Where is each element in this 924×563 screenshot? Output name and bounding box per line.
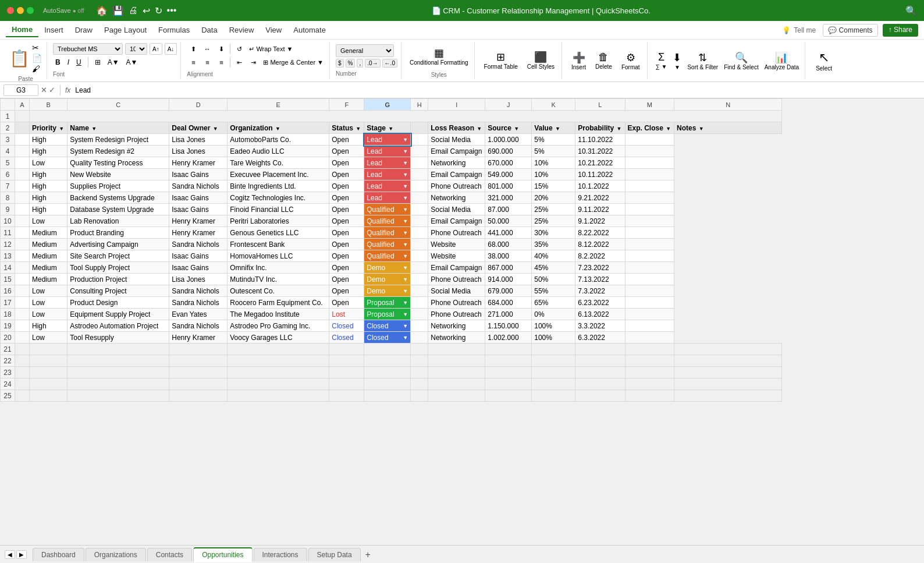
stage-dropdown-icon[interactable]: ▼ xyxy=(403,207,408,213)
empty-cell[interactable] xyxy=(625,367,674,378)
cell-org-18[interactable]: The Megadoo Institute xyxy=(228,309,329,320)
cell-name-4[interactable]: System Redesign #2 xyxy=(67,146,169,157)
cell-stage-15[interactable]: Demo ▼ xyxy=(364,274,411,285)
empty-cell[interactable] xyxy=(674,378,782,390)
cell-status-12[interactable]: Open xyxy=(329,239,364,250)
cell-source-10[interactable]: Email Campaign xyxy=(428,215,485,227)
cell-close-15[interactable]: 7.13.2022 xyxy=(575,274,625,285)
format-painter-icon[interactable]: 🖌 xyxy=(32,64,42,73)
sum-button[interactable]: Σ ∑ ▼ xyxy=(653,50,670,71)
cell-h-5[interactable] xyxy=(411,157,428,169)
tab-automate[interactable]: Automate xyxy=(287,23,332,37)
cell-prob-11[interactable]: 30% xyxy=(532,227,575,239)
grid-wrapper[interactable]: A B C D E F G H I J K L M N xyxy=(0,98,924,545)
cell-a4[interactable] xyxy=(15,146,30,157)
cell-f2[interactable]: Status ▼ xyxy=(329,122,364,134)
cell-priority-11[interactable]: Medium xyxy=(30,227,67,239)
cell-h-4[interactable] xyxy=(411,146,428,157)
cell-status-15[interactable]: Open xyxy=(329,274,364,285)
sheet-tab-opportunities[interactable]: Opportunities xyxy=(193,547,252,562)
search-icon[interactable]: 🔍 xyxy=(905,5,917,16)
col-header-k[interactable]: K xyxy=(532,99,575,111)
increase-indent-button[interactable]: ⇥ xyxy=(247,56,260,68)
cell-b2[interactable]: Priority ▼ xyxy=(30,122,67,134)
cell-stage-11[interactable]: Qualified ▼ xyxy=(364,227,411,239)
cell-value-4[interactable]: 690.000 xyxy=(485,146,532,157)
cell-prob-19[interactable]: 100% xyxy=(532,320,575,332)
empty-cell[interactable] xyxy=(485,390,532,402)
col-header-i[interactable]: I xyxy=(428,99,485,111)
format-button[interactable]: ⚙ Format xyxy=(618,50,644,72)
cell-notes-4[interactable] xyxy=(625,146,674,157)
cell-owner-6[interactable]: Isaac Gains xyxy=(169,169,228,180)
cell-m2[interactable]: Exp. Close ▼ xyxy=(625,122,674,134)
cell-source-7[interactable]: Phone Outreach xyxy=(428,180,485,192)
cell-source-4[interactable]: Email Campaign xyxy=(428,146,485,157)
sheet-tab-interactions[interactable]: Interactions xyxy=(254,548,307,561)
empty-cell[interactable] xyxy=(532,367,575,378)
cell-source-14[interactable]: Email Campaign xyxy=(428,262,485,274)
cell-a9[interactable] xyxy=(15,204,30,215)
empty-cell[interactable] xyxy=(428,367,485,378)
cell-close-12[interactable]: 8.12.2022 xyxy=(575,239,625,250)
align-top-button[interactable]: ⬆ xyxy=(187,43,200,55)
cell-j2[interactable]: Source ▼ xyxy=(485,122,532,134)
cell-prob-5[interactable]: 10% xyxy=(532,157,575,169)
cell-source-3[interactable]: Social Media xyxy=(428,134,485,146)
sheet-tab-dashboard[interactable]: Dashboard xyxy=(33,548,84,561)
cell-close-7[interactable]: 10.1.2022 xyxy=(575,180,625,192)
cell-value-9[interactable]: 87.000 xyxy=(485,204,532,215)
cell-i2[interactable]: Loss Reason ▼ xyxy=(428,122,485,134)
redo-icon[interactable]: ↻ xyxy=(155,5,162,16)
cell-name-19[interactable]: Astrodeo Automation Project xyxy=(67,320,169,332)
col-header-a[interactable]: A xyxy=(15,99,30,111)
percent-button[interactable]: % xyxy=(346,59,356,68)
cell-styles-button[interactable]: ⬛ Cell Styles xyxy=(524,49,558,72)
cell-value-10[interactable]: 50.000 xyxy=(485,215,532,227)
orientation-button[interactable]: ↺ xyxy=(233,43,246,55)
cell-owner-10[interactable]: Henry Kramer xyxy=(169,215,228,227)
stage-dropdown-icon[interactable]: ▼ xyxy=(403,253,408,259)
select-button[interactable]: ↖ Select xyxy=(812,49,836,73)
col-header-n[interactable]: N xyxy=(674,99,782,111)
filter-icon[interactable]: ▼ xyxy=(355,126,361,132)
cell-name-16[interactable]: Consulting Project xyxy=(67,285,169,297)
empty-cell[interactable] xyxy=(411,367,428,378)
cell-status-3[interactable]: Open xyxy=(329,134,364,146)
find-select-button[interactable]: 🔍 Find & Select xyxy=(722,50,760,72)
cell-stage-20[interactable]: Closed ▼ xyxy=(364,332,411,344)
cell-org-4[interactable]: Eadeo Audio LLC xyxy=(228,146,329,157)
cell-notes-17[interactable] xyxy=(625,297,674,309)
underline-button[interactable]: U xyxy=(74,56,84,68)
cell-priority-18[interactable]: Low xyxy=(30,309,67,320)
col-header-g[interactable]: G xyxy=(364,99,411,111)
empty-cell[interactable] xyxy=(625,378,674,390)
cell-a13[interactable] xyxy=(15,250,30,262)
cell-source-9[interactable]: Social Media xyxy=(428,204,485,215)
increase-decimal-button[interactable]: ←.0 xyxy=(382,59,397,68)
font-color-button[interactable]: A▼ xyxy=(124,56,140,68)
cell-a15[interactable] xyxy=(15,274,30,285)
cell-value-5[interactable]: 670.000 xyxy=(485,157,532,169)
cell-status-16[interactable]: Open xyxy=(329,285,364,297)
cell-org-14[interactable]: Omnifix Inc. xyxy=(228,262,329,274)
cell-stage-10[interactable]: Qualified ▼ xyxy=(364,215,411,227)
empty-cell[interactable] xyxy=(674,344,782,355)
delete-button[interactable]: 🗑 Delete xyxy=(592,50,616,71)
cell-org-5[interactable]: Tare Weights Co. xyxy=(228,157,329,169)
cell-stage-5[interactable]: Lead ▼ xyxy=(364,157,411,169)
currency-button[interactable]: $ xyxy=(336,59,344,68)
cell-h-6[interactable] xyxy=(411,169,428,180)
align-middle-button[interactable]: ↔ xyxy=(201,43,214,55)
empty-cell[interactable] xyxy=(329,355,364,367)
col-header-j[interactable]: J xyxy=(485,99,532,111)
cell-close-6[interactable]: 10.11.2022 xyxy=(575,169,625,180)
tab-formulas[interactable]: Formulas xyxy=(152,23,196,37)
filter-icon[interactable]: ▼ xyxy=(513,126,520,132)
decrease-font-button[interactable]: A↓ xyxy=(165,43,177,55)
cell-a18[interactable] xyxy=(15,309,30,320)
cell-prob-17[interactable]: 65% xyxy=(532,297,575,309)
cell-name-12[interactable]: Advertising Campaign xyxy=(67,239,169,250)
empty-cell[interactable] xyxy=(364,344,411,355)
col-header-f[interactable]: F xyxy=(329,99,364,111)
